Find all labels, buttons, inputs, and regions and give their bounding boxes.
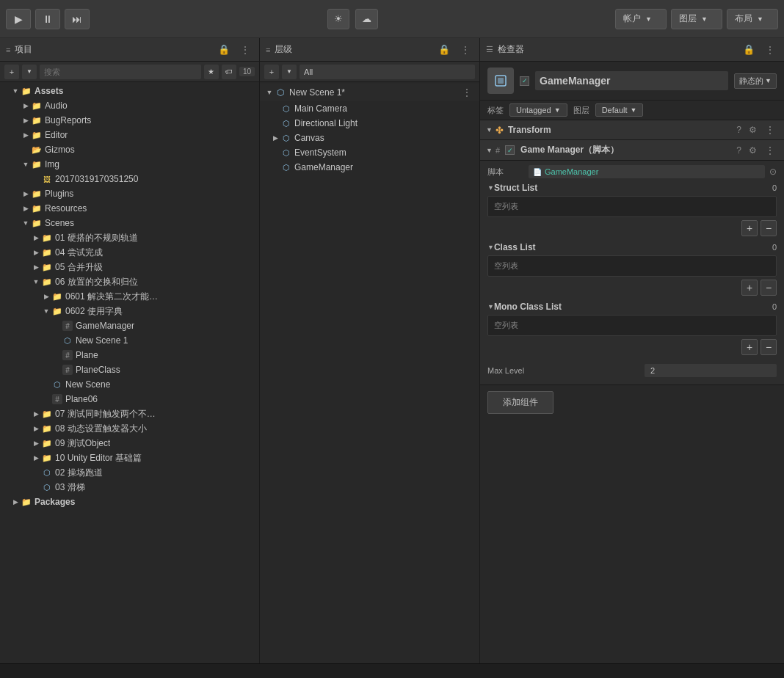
- settings-icon[interactable]: ⚙: [747, 125, 759, 135]
- add-mono-class-button[interactable]: +: [741, 339, 758, 355]
- expand-arrow-icon: ▼: [486, 147, 493, 154]
- component-active-checkbox[interactable]: ✓: [505, 145, 515, 155]
- class-list-section: ▼ Class List 0 空列表 + −: [487, 242, 777, 296]
- dropdown-button[interactable]: ▼: [22, 65, 37, 79]
- hierarchy-search-input[interactable]: [300, 65, 475, 79]
- scene-options-icon[interactable]: ⋮: [459, 87, 475, 98]
- target-icon[interactable]: ⊙: [769, 167, 777, 177]
- list-item[interactable]: ▼ 📁 0602 使用字典: [0, 304, 259, 318]
- list-item[interactable]: ▼ 📁 Img: [0, 157, 259, 172]
- item-label: GameManager: [76, 321, 134, 331]
- item-label: 04 尝试完成: [55, 247, 103, 259]
- add-button[interactable]: +: [264, 65, 279, 79]
- list-item[interactable]: ▶ 📁 Resources: [0, 201, 259, 216]
- more-options-icon[interactable]: ⋮: [762, 124, 778, 136]
- project-search-input[interactable]: [40, 65, 201, 79]
- list-item[interactable]: ▶ 📁 10 Unity Editor 基础篇: [0, 451, 259, 465]
- struct-list-count: 0: [759, 183, 777, 192]
- scene-row[interactable]: ▼ ⬡ New Scene 1* ⋮: [260, 84, 479, 101]
- more-options-icon[interactable]: ⋮: [762, 145, 778, 156]
- list-item[interactable]: ▼ 📁 06 放置的交换和归位: [0, 274, 259, 289]
- list-item[interactable]: ▶ ⬡ New Scene 1: [0, 333, 259, 348]
- game-manager-component-header[interactable]: ▼ # ✓ Game Manager（脚本） ? ⚙ ⋮: [480, 140, 784, 161]
- expand-arrow-icon: ▶: [41, 289, 51, 304]
- tag-value: Untagged: [516, 106, 551, 114]
- item-label: 03 滑梯: [55, 481, 85, 494]
- list-item[interactable]: ▶ 📁 04 尝试完成: [0, 245, 259, 260]
- layout-dropdown[interactable]: 布局 ▼: [727, 9, 778, 29]
- expand-arrow-icon: ▶: [31, 260, 41, 274]
- list-item[interactable]: ▶ 📁 0601 解决第二次才能升级（: [0, 289, 259, 304]
- object-icon[interactable]: [487, 68, 514, 94]
- list-item[interactable]: ▶ 📁 Plugins: [0, 186, 259, 201]
- toolbar: ▶ ⏸ ⏭ ☀ ☁ 帐户 ▼ 图层 ▼ 布局 ▼: [0, 0, 784, 38]
- list-item[interactable]: ▶ 📁 07 测试同时触发两个不同标签的: [0, 407, 259, 421]
- max-level-input[interactable]: [645, 364, 777, 377]
- settings-icon[interactable]: ⚙: [747, 145, 759, 156]
- add-button[interactable]: +: [4, 65, 19, 79]
- gameobject-icon: ⬡: [280, 103, 292, 114]
- list-item[interactable]: ▶ 📁 08 动态设置触发器大小: [0, 421, 259, 436]
- list-item[interactable]: ▶ 📁 09 测试Object: [0, 436, 259, 451]
- add-class-button[interactable]: +: [741, 280, 758, 296]
- list-item[interactable]: ▶ # Plane06: [0, 392, 259, 407]
- step-button[interactable]: ⏭: [65, 9, 90, 29]
- list-item[interactable]: ▶ 📁 Editor: [0, 128, 259, 142]
- lock-icon[interactable]: 🔒: [435, 43, 453, 56]
- list-item[interactable]: ▶ ⬡ Canvas: [260, 131, 479, 145]
- list-item[interactable]: ▶ # Plane: [0, 348, 259, 362]
- list-item[interactable]: ▶ 📁 BugReports: [0, 113, 259, 128]
- help-icon[interactable]: ?: [734, 145, 744, 156]
- list-item[interactable]: ▼ 📁 Assets: [0, 84, 259, 98]
- remove-mono-class-button[interactable]: −: [761, 339, 777, 355]
- account-dropdown[interactable]: 帐户 ▼: [615, 9, 667, 29]
- item-label: BugReports: [45, 115, 91, 125]
- lock-icon[interactable]: 🔒: [740, 43, 758, 56]
- list-item[interactable]: ▶ ⬡ New Scene: [0, 377, 259, 392]
- more-options-icon[interactable]: ⋮: [237, 44, 253, 56]
- static-button[interactable]: 静态的 ▼: [734, 73, 777, 89]
- list-item[interactable]: ▶ 📁 Packages: [0, 495, 259, 509]
- expand-arrow-icon: ▶: [31, 436, 41, 451]
- favorites-icon[interactable]: ★: [204, 65, 219, 79]
- dropdown-button[interactable]: ▼: [282, 65, 297, 79]
- list-item[interactable]: ▶ ⬡ 02 操场跑道: [0, 465, 259, 480]
- tag-icon[interactable]: 🏷: [222, 65, 236, 79]
- remove-struct-button[interactable]: −: [761, 220, 777, 236]
- add-struct-button[interactable]: +: [741, 220, 758, 236]
- play-button[interactable]: ▶: [6, 9, 31, 29]
- layers-dropdown[interactable]: 图层 ▼: [671, 9, 722, 29]
- help-icon[interactable]: ?: [734, 125, 744, 135]
- list-item[interactable]: ▶ 📁 01 硬搭的不规则轨道: [0, 230, 259, 245]
- list-item[interactable]: ▶ ⬡ EventSystem: [260, 145, 479, 160]
- class-list-header: ▼ Class List 0: [487, 242, 777, 252]
- script-label: 脚本: [487, 167, 524, 178]
- cloud-button[interactable]: ☁: [355, 9, 378, 29]
- more-options-icon[interactable]: ⋮: [457, 44, 473, 56]
- active-checkbox[interactable]: ✓: [520, 76, 529, 86]
- list-item[interactable]: ▶ 📁 05 合并升级: [0, 260, 259, 274]
- lock-icon[interactable]: 🔒: [215, 43, 233, 56]
- tag-dropdown[interactable]: Untagged ▼: [509, 103, 567, 117]
- list-item[interactable]: ▶ ⬡ Main Camera: [260, 101, 479, 116]
- list-item[interactable]: ▶ # PlaneClass: [0, 362, 259, 377]
- transform-component-header[interactable]: ▼ ✤ Transform ? ⚙ ⋮: [480, 120, 784, 140]
- layer-dropdown[interactable]: Default ▼: [595, 103, 644, 117]
- light-icon-button[interactable]: ☀: [327, 9, 349, 29]
- list-item[interactable]: ▶ # GameManager: [0, 318, 259, 333]
- list-item[interactable]: ▶ 📁 Audio: [0, 98, 259, 113]
- list-item[interactable]: ▼ 📁 Scenes: [0, 216, 259, 230]
- object-name-input[interactable]: [535, 71, 728, 90]
- pause-button[interactable]: ⏸: [35, 9, 60, 29]
- add-component-button[interactable]: 添加组件: [487, 391, 553, 414]
- more-options-icon[interactable]: ⋮: [762, 44, 778, 56]
- list-item[interactable]: ▶ ⬡ 03 滑梯: [0, 480, 259, 495]
- item-label: EventSystem: [294, 147, 346, 158]
- list-item[interactable]: ▶ ⬡ Directional Light: [260, 116, 479, 131]
- chevron-down-icon: ▼: [757, 15, 763, 23]
- list-item[interactable]: ▶ ⬡ GameManager: [260, 160, 479, 175]
- list-item[interactable]: ▶ 📂 Gizmos: [0, 142, 259, 157]
- list-item[interactable]: ▶ 🖼 20170319170351250: [0, 172, 259, 186]
- folder-icon: 📁: [41, 261, 53, 273]
- remove-class-button[interactable]: −: [761, 280, 777, 296]
